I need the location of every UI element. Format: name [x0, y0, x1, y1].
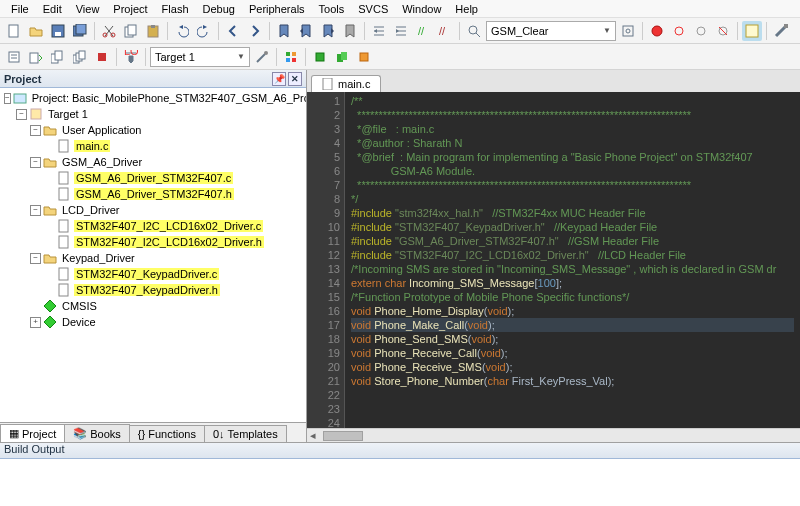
expand-icon[interactable]: +: [30, 317, 41, 328]
menu-view[interactable]: View: [69, 1, 107, 17]
tab-books[interactable]: 📚Books: [64, 424, 130, 442]
debug-button[interactable]: [647, 21, 667, 41]
search-combo[interactable]: GSM_Clear ▼: [486, 21, 616, 41]
tab-templates[interactable]: 0↓Templates: [204, 425, 287, 442]
diamond-icon: [43, 315, 57, 329]
rebuild-button[interactable]: [48, 47, 68, 67]
window-button[interactable]: [742, 21, 762, 41]
expand-icon[interactable]: −: [30, 125, 41, 136]
breakpoint-disable-button[interactable]: [691, 21, 711, 41]
code-area[interactable]: /** ************************************…: [345, 92, 800, 428]
expand-icon[interactable]: −: [30, 205, 41, 216]
bookmark-next-button[interactable]: [318, 21, 338, 41]
cut-button[interactable]: [99, 21, 119, 41]
uncomment-button[interactable]: //: [435, 21, 455, 41]
editor-hscroll[interactable]: ◂: [307, 428, 800, 442]
tree-group[interactable]: −LCD_Driver: [0, 202, 306, 218]
bookmark-prev-button[interactable]: [296, 21, 316, 41]
pack3-button[interactable]: [354, 47, 374, 67]
no-children-icon: [44, 173, 55, 184]
target-combo[interactable]: Target 1 ▼: [150, 47, 250, 67]
tree-file[interactable]: STM32F407_I2C_LCD16x02_Driver.h: [0, 234, 306, 250]
find-icon[interactable]: [464, 21, 484, 41]
save-button[interactable]: [48, 21, 68, 41]
scrollbar-thumb[interactable]: [323, 431, 363, 441]
tree-group[interactable]: −GSM_A6_Driver: [0, 154, 306, 170]
menu-project[interactable]: Project: [106, 1, 154, 17]
breakpoint-clear-button[interactable]: [713, 21, 733, 41]
breakpoint-button[interactable]: [669, 21, 689, 41]
tree-cmsis[interactable]: CMSIS: [0, 298, 306, 314]
menu-peripherals[interactable]: Peripherals: [242, 1, 312, 17]
download-button[interactable]: LOAD: [121, 47, 141, 67]
tree-root[interactable]: − Project: Basic_MobilePhone_STM32F407_G…: [0, 90, 306, 106]
tree-file[interactable]: STM32F407_I2C_LCD16x02_Driver.c: [0, 218, 306, 234]
expand-icon[interactable]: −: [30, 253, 41, 264]
tree-cmsis-label: CMSIS: [60, 300, 99, 312]
line-gutter: 1234567891011121314151617181920212223242…: [307, 92, 345, 428]
find-in-files-button[interactable]: [618, 21, 638, 41]
tree-file[interactable]: GSM_A6_Driver_STM32F407.h: [0, 186, 306, 202]
bookmark-clear-button[interactable]: [340, 21, 360, 41]
nav-forward-button[interactable]: [245, 21, 265, 41]
build-button[interactable]: [26, 47, 46, 67]
project-tree[interactable]: − Project: Basic_MobilePhone_STM32F407_G…: [0, 88, 306, 422]
indent-button[interactable]: [369, 21, 389, 41]
file-icon: [57, 267, 71, 281]
build-output-area[interactable]: [0, 459, 800, 506]
comment-button[interactable]: //: [413, 21, 433, 41]
svg-rect-36: [316, 53, 324, 61]
menu-help[interactable]: Help: [448, 1, 485, 17]
tree-file[interactable]: STM32F407_KeypadDriver.h: [0, 282, 306, 298]
tree-file[interactable]: STM32F407_KeypadDriver.c: [0, 266, 306, 282]
options-button[interactable]: [252, 47, 272, 67]
menu-edit[interactable]: Edit: [36, 1, 69, 17]
new-file-button[interactable]: [4, 21, 24, 41]
pack-button[interactable]: [310, 47, 330, 67]
outdent-button[interactable]: [391, 21, 411, 41]
menu-window[interactable]: Window: [395, 1, 448, 17]
expand-icon[interactable]: −: [30, 157, 41, 168]
svg-rect-22: [9, 52, 19, 62]
svg-rect-32: [286, 52, 290, 56]
svg-rect-40: [14, 94, 26, 103]
batch-build-button[interactable]: [70, 47, 90, 67]
pane-close-button[interactable]: ✕: [288, 72, 302, 86]
tree-group[interactable]: −Keypad_Driver: [0, 250, 306, 266]
redo-button[interactable]: [194, 21, 214, 41]
translate-button[interactable]: [4, 47, 24, 67]
nav-back-button[interactable]: [223, 21, 243, 41]
save-all-button[interactable]: [70, 21, 90, 41]
editor-tab-label: main.c: [338, 78, 370, 90]
tree-file[interactable]: GSM_A6_Driver_STM32F407.c: [0, 170, 306, 186]
no-children-icon: [44, 237, 55, 248]
copy-button[interactable]: [121, 21, 141, 41]
stop-build-button[interactable]: [92, 47, 112, 67]
paste-button[interactable]: [143, 21, 163, 41]
undo-button[interactable]: [172, 21, 192, 41]
menu-tools[interactable]: Tools: [312, 1, 352, 17]
tree-device[interactable]: + Device: [0, 314, 306, 330]
tree-file[interactable]: main.c: [0, 138, 306, 154]
manage-rte-button[interactable]: [281, 47, 301, 67]
tab-functions-label: Functions: [148, 428, 196, 440]
configure-button[interactable]: [771, 21, 791, 41]
brace-icon: {}: [138, 428, 145, 440]
expand-icon[interactable]: −: [4, 93, 11, 104]
menu-debug[interactable]: Debug: [196, 1, 242, 17]
pack2-button[interactable]: [332, 47, 352, 67]
menu-file[interactable]: File: [4, 1, 36, 17]
bookmark-button[interactable]: [274, 21, 294, 41]
tab-project[interactable]: ▦Project: [0, 424, 65, 442]
open-button[interactable]: [26, 21, 46, 41]
menu-svcs[interactable]: SVCS: [351, 1, 395, 17]
chevron-down-icon: ▼: [237, 52, 245, 61]
expand-icon[interactable]: −: [16, 109, 27, 120]
tab-functions[interactable]: {}Functions: [129, 425, 205, 442]
menu-flash[interactable]: Flash: [155, 1, 196, 17]
pane-pin-button[interactable]: 📌: [272, 72, 286, 86]
tree-group[interactable]: −User Application: [0, 122, 306, 138]
editor-tab-main[interactable]: main.c: [311, 75, 381, 92]
code-editor[interactable]: 1234567891011121314151617181920212223242…: [307, 92, 800, 428]
tree-target[interactable]: − Target 1: [0, 106, 306, 122]
